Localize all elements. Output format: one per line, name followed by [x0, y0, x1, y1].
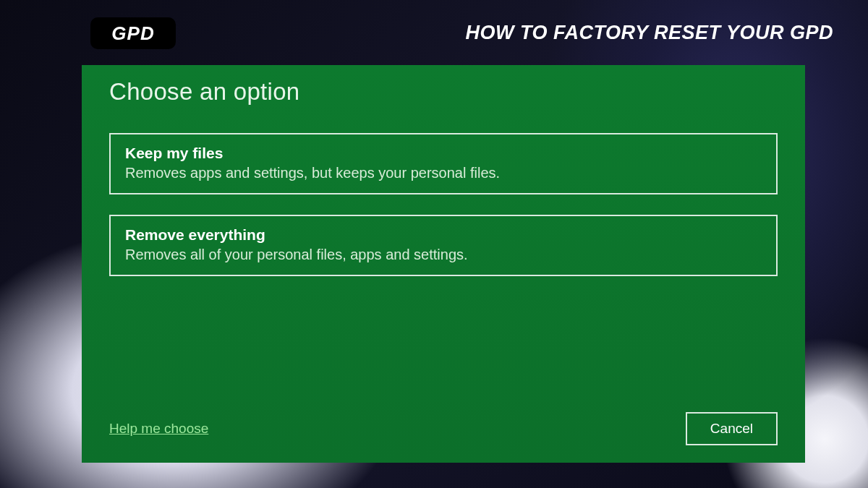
option-title: Remove everything	[125, 226, 762, 244]
keep-files-option[interactable]: Keep my files Removes apps and settings,…	[109, 133, 778, 194]
gpd-logo: GPD	[90, 17, 176, 49]
help-me-choose-link[interactable]: Help me choose	[109, 421, 208, 437]
option-description: Removes all of your personal files, apps…	[125, 247, 762, 263]
reset-options-panel: Choose an option Keep my files Removes a…	[82, 65, 805, 463]
panel-footer: Help me choose Cancel	[109, 412, 778, 445]
logo-text: GPD	[111, 22, 154, 45]
panel-heading: Choose an option	[109, 78, 778, 106]
option-title: Keep my files	[125, 145, 762, 162]
remove-everything-option[interactable]: Remove everything Removes all of your pe…	[109, 215, 778, 276]
page-title: HOW TO FACTORY RESET YOUR GPD	[465, 22, 833, 44]
option-description: Removes apps and settings, but keeps you…	[125, 165, 762, 181]
cancel-button[interactable]: Cancel	[686, 412, 778, 445]
